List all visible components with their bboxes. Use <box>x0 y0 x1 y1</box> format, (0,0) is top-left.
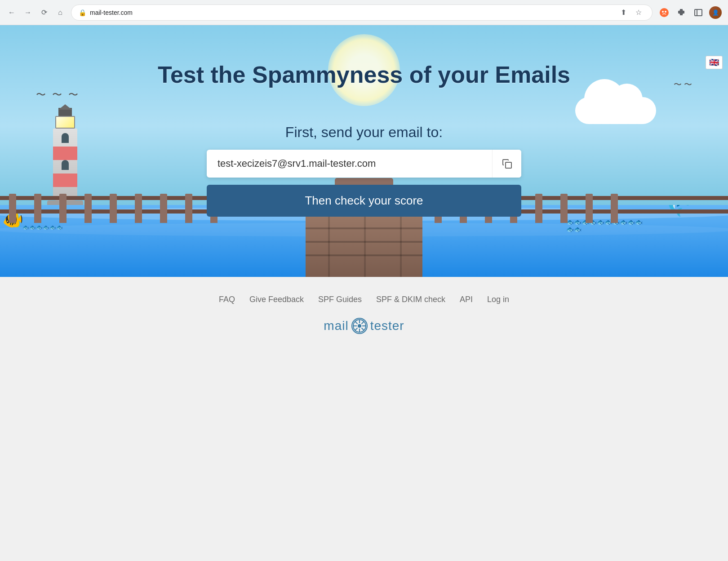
browser-right-icons: 👤 <box>657 5 723 20</box>
footer-link-spf-dkim[interactable]: SPF & DKIM check <box>376 295 445 304</box>
svg-line-13 <box>361 328 364 331</box>
footer-nav: FAQ Give Feedback SPF Guides SPF & DKIM … <box>9 295 719 304</box>
svg-point-1 <box>662 11 664 13</box>
send-to-label: First, send your email to: <box>207 124 521 141</box>
browser-nav-buttons: ← → ⟳ ⌂ <box>5 6 67 19</box>
footer-link-login[interactable]: Log in <box>487 295 509 304</box>
url-text: mail-tester.com <box>90 9 613 16</box>
copy-button[interactable] <box>492 150 521 178</box>
footer-logo: mail tester <box>9 318 719 334</box>
address-bar[interactable]: 🔒 mail-tester.com ⬆ ☆ <box>71 4 653 21</box>
bookmark-button[interactable]: ☆ <box>632 6 645 19</box>
svg-point-0 <box>660 8 669 17</box>
svg-point-2 <box>665 11 666 13</box>
footer-link-give-feedback[interactable]: Give Feedback <box>249 295 304 304</box>
footer-link-faq[interactable]: FAQ <box>219 295 235 304</box>
home-button[interactable]: ⌂ <box>54 6 67 19</box>
lock-icon: 🔒 <box>79 9 86 16</box>
birds-left-decoration: 〜 〜 〜 <box>36 88 80 102</box>
avatar-image: 👤 <box>709 6 722 19</box>
footer: FAQ Give Feedback SPF Guides SPF & DKIM … <box>0 277 728 347</box>
logo-text-right: tester <box>370 319 404 333</box>
puzzle-icon[interactable] <box>674 5 688 20</box>
share-button[interactable]: ⬆ <box>617 6 630 19</box>
email-address-input[interactable] <box>207 150 492 178</box>
extensions-icon[interactable] <box>657 5 671 20</box>
forward-button[interactable]: → <box>22 6 34 19</box>
footer-link-api[interactable]: API <box>460 295 473 304</box>
language-button[interactable]: 🇬🇧 <box>706 56 723 69</box>
svg-rect-3 <box>695 9 702 16</box>
main-title: Test the Spammyness of your Emails <box>0 61 728 88</box>
check-score-button[interactable]: Then check your score <box>207 185 521 217</box>
svg-line-12 <box>355 321 358 324</box>
cloud-decoration <box>575 97 656 124</box>
browser-chrome: ← → ⟳ ⌂ 🔒 mail-tester.com ⬆ ☆ <box>0 0 728 25</box>
svg-point-7 <box>358 324 361 328</box>
hero-section: 〜 〜 〜 〜 〜 🐟🐟🐟🐟🐟🐟🐟🐟🐟🐟🐟🐟 🐟🐟🐟🐟🐟🐟 <box>0 25 728 277</box>
flag-icon: 🇬🇧 <box>709 58 719 67</box>
profile-avatar[interactable]: 👤 <box>708 5 723 20</box>
extra-space <box>0 347 728 437</box>
svg-line-14 <box>361 321 364 324</box>
logo-text-left: mail <box>324 319 348 333</box>
svg-rect-5 <box>506 162 511 168</box>
footer-link-spf-guides[interactable]: SPF Guides <box>318 295 362 304</box>
svg-line-15 <box>355 328 358 331</box>
logo-wheel-icon <box>351 318 368 334</box>
sidebar-icon[interactable] <box>691 5 706 20</box>
email-input-row <box>207 150 521 178</box>
email-section: First, send your email to: Then check yo… <box>207 124 521 217</box>
address-bar-actions: ⬆ ☆ <box>617 6 645 19</box>
reload-button[interactable]: ⟳ <box>38 6 50 19</box>
fish-group-left: 🐟🐟🐟🐟🐟🐟 <box>22 223 63 231</box>
back-button[interactable]: ← <box>5 6 18 19</box>
